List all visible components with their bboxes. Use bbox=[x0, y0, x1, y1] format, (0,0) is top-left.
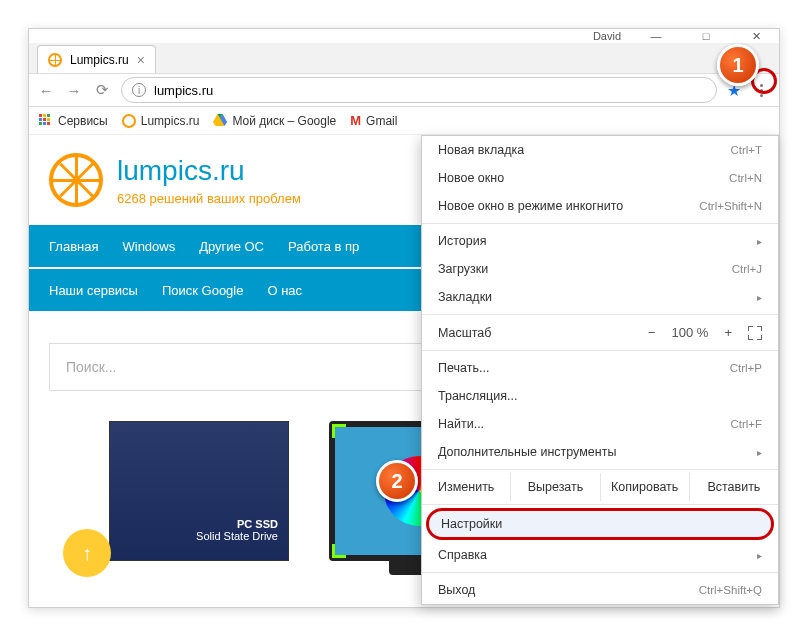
nav-link[interactable]: Работа в пр bbox=[288, 239, 359, 254]
site-logo bbox=[49, 153, 103, 207]
menu-exit[interactable]: ВыходCtrl+Shift+Q bbox=[422, 576, 778, 604]
nav-link[interactable]: Windows bbox=[122, 239, 175, 254]
nav-link[interactable]: Другие ОС bbox=[199, 239, 264, 254]
menu-settings[interactable]: Настройки bbox=[426, 508, 774, 540]
nav-link[interactable]: Поиск Google bbox=[162, 283, 244, 298]
close-button[interactable]: ✕ bbox=[741, 30, 771, 43]
ssd-subtitle: Solid State Drive bbox=[196, 530, 278, 542]
forward-button[interactable]: → bbox=[65, 82, 83, 99]
menu-history[interactable]: История▸ bbox=[422, 227, 778, 255]
zoom-value: 100 % bbox=[672, 325, 709, 340]
ssd-title: PC SSD bbox=[196, 518, 278, 530]
fullscreen-icon[interactable] bbox=[748, 326, 762, 340]
url-text: lumpics.ru bbox=[154, 83, 213, 98]
menu-find[interactable]: Найти...Ctrl+F bbox=[422, 410, 778, 438]
menu-edit-row: Изменить Вырезать Копировать Вставить bbox=[422, 473, 778, 501]
edit-label: Изменить bbox=[422, 473, 510, 501]
gdrive-icon bbox=[213, 114, 227, 128]
profile-name[interactable]: David bbox=[593, 30, 621, 42]
menu-new-window[interactable]: Новое окноCtrl+N bbox=[422, 164, 778, 192]
nav-link[interactable]: О нас bbox=[267, 283, 302, 298]
menu-paste[interactable]: Вставить bbox=[689, 473, 778, 501]
menu-more-tools[interactable]: Дополнительные инструменты▸ bbox=[422, 438, 778, 466]
chrome-menu: Новая вкладкаCtrl+T Новое окноCtrl+N Нов… bbox=[421, 135, 779, 605]
menu-incognito[interactable]: Новое окно в режиме инкогнитоCtrl+Shift+… bbox=[422, 192, 778, 220]
menu-bookmarks[interactable]: Закладки▸ bbox=[422, 283, 778, 311]
scroll-top-button[interactable]: ↑ bbox=[63, 529, 111, 577]
annotation-marker-2: 2 bbox=[376, 460, 418, 502]
apps-bookmark[interactable]: Сервисы bbox=[39, 114, 108, 128]
back-button[interactable]: ← bbox=[37, 82, 55, 99]
menu-new-tab[interactable]: Новая вкладкаCtrl+T bbox=[422, 136, 778, 164]
menu-cut[interactable]: Вырезать bbox=[510, 473, 599, 501]
menu-help[interactable]: Справка▸ bbox=[422, 541, 778, 569]
gmail-bookmark[interactable]: M Gmail bbox=[350, 113, 397, 128]
article-card-ssd[interactable]: PC SSD Solid State Drive bbox=[109, 421, 289, 561]
annotation-marker-1: 1 bbox=[717, 44, 759, 86]
address-bar[interactable]: i lumpics.ru bbox=[121, 77, 717, 103]
gdrive-bookmark[interactable]: Мой диск – Google bbox=[213, 114, 336, 128]
bookmark-label: Мой диск – Google bbox=[232, 114, 336, 128]
bookmark-label: Lumpics.ru bbox=[141, 114, 200, 128]
tab-bar: Lumpics.ru × bbox=[29, 43, 779, 73]
gmail-icon: M bbox=[350, 113, 361, 128]
zoom-label: Масштаб bbox=[438, 326, 491, 340]
lumpics-bookmark[interactable]: Lumpics.ru bbox=[122, 114, 200, 128]
bookmarks-bar: Сервисы Lumpics.ru Мой диск – Google M G… bbox=[29, 107, 779, 135]
nav-link[interactable]: Наши сервисы bbox=[49, 283, 138, 298]
menu-cast[interactable]: Трансляция... bbox=[422, 382, 778, 410]
tab-title: Lumpics.ru bbox=[70, 53, 129, 67]
menu-print[interactable]: Печать...Ctrl+P bbox=[422, 354, 778, 382]
site-subtitle: 6268 решений ваших проблем bbox=[117, 191, 301, 206]
site-title: lumpics.ru bbox=[117, 155, 301, 187]
menu-zoom: Масштаб − 100 % + bbox=[422, 318, 778, 347]
zoom-out-button[interactable]: − bbox=[648, 325, 656, 340]
reload-button[interactable]: ⟳ bbox=[93, 81, 111, 99]
lumpics-icon bbox=[122, 114, 136, 128]
zoom-in-button[interactable]: + bbox=[724, 325, 732, 340]
lumpics-favicon bbox=[48, 53, 62, 67]
tab-close-icon[interactable]: × bbox=[137, 52, 145, 68]
maximize-button[interactable]: □ bbox=[691, 30, 721, 42]
minimize-button[interactable]: — bbox=[641, 30, 671, 42]
nav-link[interactable]: Главная bbox=[49, 239, 98, 254]
menu-downloads[interactable]: ЗагрузкиCtrl+J bbox=[422, 255, 778, 283]
bookmark-label: Gmail bbox=[366, 114, 397, 128]
menu-copy[interactable]: Копировать bbox=[600, 473, 689, 501]
bookmark-label: Сервисы bbox=[58, 114, 108, 128]
browser-tab[interactable]: Lumpics.ru × bbox=[37, 45, 156, 73]
apps-icon bbox=[39, 114, 53, 128]
site-info-icon[interactable]: i bbox=[132, 83, 146, 97]
